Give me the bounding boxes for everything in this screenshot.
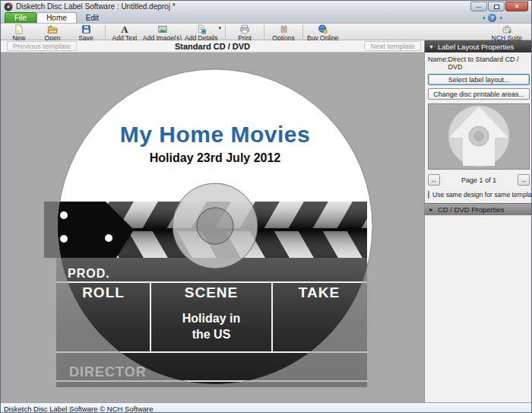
add-details-button[interactable]: Add Details ▾ bbox=[183, 24, 223, 40]
printer-icon bbox=[239, 24, 250, 34]
ribbon-tab-strip: File Home Edit ▾ ? ▾ bbox=[1, 12, 531, 24]
editor-column: Previous template Standard CD / DVD Next… bbox=[1, 40, 424, 402]
arrow-right-icon: → bbox=[520, 176, 527, 184]
new-page-icon bbox=[14, 24, 24, 34]
layout-name-label: Name: bbox=[428, 56, 448, 71]
close-icon: ✕ bbox=[515, 4, 520, 10]
buy-online-button[interactable]: Buy Online bbox=[306, 24, 340, 40]
add-images-button[interactable]: Add Image(s) bbox=[141, 24, 183, 40]
disc-center-hole bbox=[197, 208, 233, 244]
main-area: Previous template Standard CD / DVD Next… bbox=[1, 40, 531, 402]
window-controls: — ✕ bbox=[470, 2, 528, 11]
toolbar-spacer bbox=[340, 24, 490, 40]
status-bar: Disketch Disc Label Software © NCH Softw… bbox=[1, 402, 531, 413]
tab-edit[interactable]: Edit bbox=[77, 12, 108, 23]
tab-file[interactable]: File bbox=[5, 12, 36, 23]
restore-button[interactable] bbox=[488, 2, 505, 11]
help-icon: ? bbox=[491, 14, 495, 21]
next-template-button[interactable]: Next template bbox=[364, 41, 421, 51]
template-bar: Previous template Standard CD / DVD Next… bbox=[1, 40, 424, 52]
arrow-left-icon: ← bbox=[431, 176, 438, 184]
new-button[interactable]: New bbox=[2, 24, 36, 40]
label-layout-properties-title: Label Layout Properties bbox=[438, 43, 514, 51]
disketch-app-icon bbox=[4, 2, 13, 11]
svg-text:A: A bbox=[122, 24, 128, 34]
add-image-icon bbox=[157, 24, 168, 34]
design-canvas[interactable]: PROD. ROLL SCENE TAKE Holiday in the US … bbox=[1, 52, 424, 402]
add-text-button[interactable]: A Add Text bbox=[108, 24, 141, 40]
select-label-layout-button[interactable]: Select label layout... bbox=[428, 74, 530, 85]
app-window: Disketch Disc Label Software : Untitled.… bbox=[0, 0, 532, 413]
tab-edit-label: Edit bbox=[86, 14, 99, 22]
next-page-button[interactable]: → bbox=[518, 174, 530, 186]
print-button[interactable]: Print bbox=[228, 24, 261, 40]
buy-online-globe-icon bbox=[318, 24, 328, 34]
add-details-icon bbox=[196, 24, 207, 34]
toolbar-separator bbox=[264, 25, 264, 38]
layout-name-row: Name: Direct to Standard CD / DVD bbox=[425, 52, 532, 72]
same-design-checkbox[interactable] bbox=[428, 191, 429, 199]
toolbar-separator bbox=[302, 25, 303, 38]
template-title: Standard CD / DVD bbox=[175, 42, 250, 51]
chevron-down-icon[interactable]: ▾ bbox=[483, 15, 486, 21]
collapse-triangle-icon: ▼ bbox=[429, 44, 434, 49]
tab-home-label: Home bbox=[46, 14, 67, 22]
cd-dvd-properties-title: CD / DVD Properties bbox=[438, 205, 505, 214]
open-button[interactable]: Open bbox=[36, 24, 69, 40]
nch-suite-button[interactable]: NCH Suite bbox=[490, 24, 524, 40]
tab-file-label: File bbox=[14, 14, 27, 22]
close-button[interactable]: ✕ bbox=[505, 2, 528, 11]
chevron-down-icon[interactable]: ▾ bbox=[499, 15, 502, 21]
disc-label-artboard: PROD. ROLL SCENE TAKE Holiday in the US … bbox=[1, 52, 424, 402]
label-layout-properties-header[interactable]: ▼ Label Layout Properties bbox=[425, 40, 532, 52]
page-indicator: Page 1 of 1 bbox=[461, 176, 496, 184]
open-folder-icon bbox=[47, 24, 58, 34]
expand-triangle-icon: ► bbox=[429, 207, 434, 212]
save-button[interactable]: Save bbox=[69, 24, 103, 40]
layout-preview-thumbnail[interactable] bbox=[428, 103, 530, 170]
options-button[interactable]: Options bbox=[267, 24, 300, 40]
window-title: Disketch Disc Label Software : Untitled.… bbox=[16, 2, 176, 11]
same-design-option: Use same design for same template types bbox=[425, 188, 532, 203]
status-text: Disketch Disc Label Software © NCH Softw… bbox=[4, 405, 154, 413]
panel-empty-space bbox=[425, 215, 532, 402]
options-icon bbox=[279, 24, 289, 34]
layout-name-value: Direct to Standard CD / DVD bbox=[448, 56, 530, 71]
help-button[interactable]: ? bbox=[488, 14, 496, 22]
minimize-button[interactable]: — bbox=[470, 2, 487, 11]
toolbar-separator bbox=[105, 25, 106, 38]
help-cluster: ▾ ? ▾ bbox=[483, 14, 502, 22]
toolbar-separator bbox=[225, 25, 226, 38]
save-floppy-icon bbox=[81, 24, 91, 34]
restore-icon bbox=[494, 5, 499, 9]
disc-title-text[interactable]: My Home Movies bbox=[120, 122, 310, 147]
page-navigation: ← Page 1 of 1 → bbox=[425, 172, 532, 188]
add-text-icon: A bbox=[119, 24, 130, 34]
previous-template-button[interactable]: Previous template bbox=[7, 41, 77, 51]
previous-page-button[interactable]: ← bbox=[428, 174, 440, 186]
title-bar: Disketch Disc Label Software : Untitled.… bbox=[1, 1, 531, 12]
tab-home[interactable]: Home bbox=[36, 12, 77, 23]
properties-panel: ▼ Label Layout Properties Name: Direct t… bbox=[424, 40, 532, 402]
change-printable-areas-button[interactable]: Change disc printable areas... bbox=[428, 88, 530, 100]
nch-suite-briefcase-icon bbox=[502, 24, 512, 34]
chevron-down-icon: ▾ bbox=[219, 25, 222, 31]
minimize-icon: — bbox=[476, 4, 482, 10]
layout-preview-image bbox=[429, 104, 529, 169]
cd-dvd-properties-header[interactable]: ► CD / DVD Properties bbox=[425, 203, 532, 215]
toolbar: New Open Save A Add Text Add Image(s) bbox=[1, 24, 531, 40]
same-design-checkbox-label: Use same design for same template types bbox=[432, 191, 532, 199]
disc-subtitle-text[interactable]: Holiday 23rd July 2012 bbox=[150, 151, 281, 164]
